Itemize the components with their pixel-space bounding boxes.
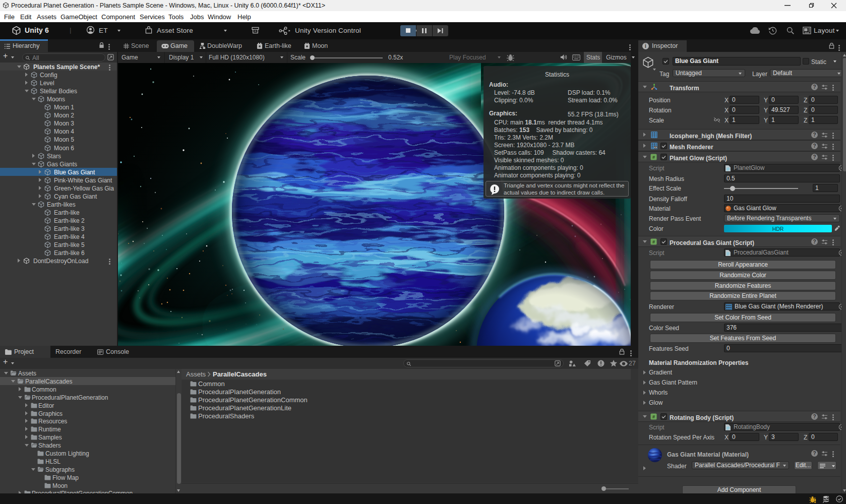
svg-text:#: # (652, 239, 655, 244)
svg-text:#: # (652, 155, 655, 160)
svg-text:#: # (652, 414, 655, 419)
